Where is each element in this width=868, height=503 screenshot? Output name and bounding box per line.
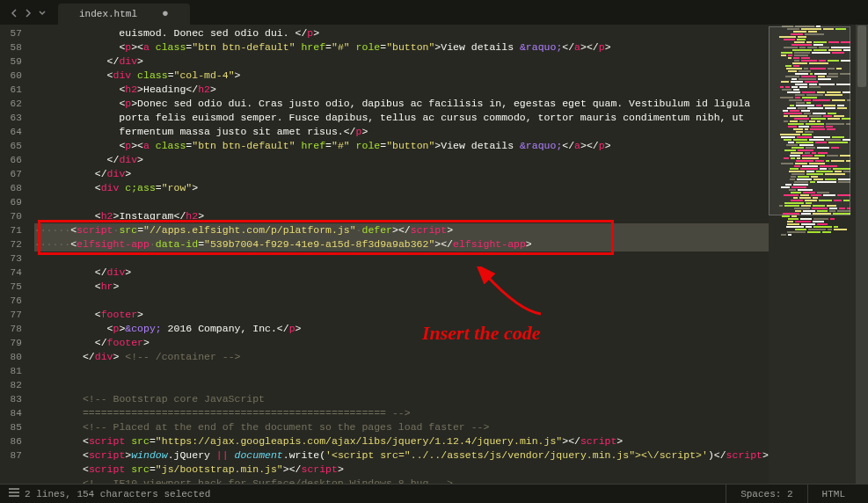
editor: 5758596061626364656667686970717273747576… <box>0 25 868 484</box>
code-line[interactable]: </div> <!-- /container --> <box>34 350 769 364</box>
code-line[interactable] <box>34 294 769 308</box>
scrollbar-track[interactable] <box>856 25 868 484</box>
code-line[interactable]: fermentum massa justo sit amet risus.</p… <box>34 125 769 139</box>
code-line[interactable]: <script src="https://ajax.googleapis.com… <box>34 434 769 448</box>
code-line[interactable]: <div class="col-md-4"> <box>34 69 769 83</box>
code-line[interactable]: euismod. Donec sed odio dui. </p> <box>34 26 769 40</box>
tab-filename: index.html <box>79 9 137 19</box>
status-bar: 2 lines, 154 characters selected Spaces:… <box>0 484 868 503</box>
code-line[interactable]: <script>window.jQuery || document.write(… <box>34 448 769 463</box>
code-line[interactable]: porta felis euismod semper. Fusce dapibu… <box>34 111 769 125</box>
code-line[interactable] <box>34 252 769 266</box>
code-line[interactable] <box>34 378 769 392</box>
code-line[interactable]: </div> <box>34 266 769 280</box>
code-line[interactable]: ========================================… <box>34 406 769 420</box>
line-number-gutter: 5758596061626364656667686970717273747576… <box>0 25 34 484</box>
status-right: Spaces: 2 HTML <box>726 485 859 504</box>
nav-dropdown-icon[interactable] <box>39 9 46 21</box>
status-indent[interactable]: Spaces: 2 <box>726 485 806 504</box>
status-selection: 2 lines, 154 characters selected <box>25 489 210 499</box>
code-line[interactable]: </div> <box>34 55 769 69</box>
code-line[interactable] <box>34 195 769 209</box>
minimap-viewport[interactable] <box>769 26 850 215</box>
code-line[interactable]: <h2>Heading</h2> <box>34 83 769 97</box>
code-line[interactable]: <hr> <box>34 280 769 294</box>
code-line[interactable]: <h2>Instagram</h2> <box>34 209 769 223</box>
status-syntax[interactable]: HTML <box>807 485 859 504</box>
code-line[interactable]: <p>Donec sed odio dui. Cras justo odio, … <box>34 97 769 111</box>
tab-index-html[interactable]: index.html ● <box>58 4 190 25</box>
code-line[interactable]: </div> <box>34 167 769 181</box>
nav-back-icon[interactable] <box>11 9 18 21</box>
code-area[interactable]: euismod. Donec sed odio dui. </p> <p><a … <box>34 25 769 484</box>
code-line[interactable]: <div c;ass="row"> <box>34 181 769 195</box>
code-line[interactable]: <!-- Bootstrap core JavaScript <box>34 392 769 406</box>
code-line[interactable]: <p><a class="btn btn-default" href="#" r… <box>34 40 769 55</box>
code-line[interactable] <box>34 364 769 378</box>
code-line[interactable]: <script src="js/bootstrap.min.js"></scri… <box>34 463 769 477</box>
code-line[interactable]: <p><a class="btn btn-default" href="#" r… <box>34 139 769 153</box>
code-line[interactable]: <!-- Placed at the end of the document s… <box>34 420 769 434</box>
nav-arrows <box>4 5 53 25</box>
code-line[interactable]: ······<elfsight-app·data-id="539b7004-f9… <box>34 237 769 252</box>
menu-icon[interactable] <box>9 488 19 499</box>
code-line[interactable]: <p>&copy; 2016 Company, Inc.</p> <box>34 322 769 336</box>
scrollbar-thumb[interactable] <box>857 26 866 87</box>
tab-bar: index.html ● <box>0 0 868 25</box>
code-line[interactable]: </footer> <box>34 336 769 350</box>
code-line[interactable]: ······<script·src="//apps.elfsight.com/p… <box>34 223 769 237</box>
code-line[interactable]: </div> <box>34 153 769 167</box>
minimap[interactable] <box>769 25 856 484</box>
code-line[interactable]: <footer> <box>34 308 769 322</box>
nav-forward-icon[interactable] <box>25 9 32 21</box>
